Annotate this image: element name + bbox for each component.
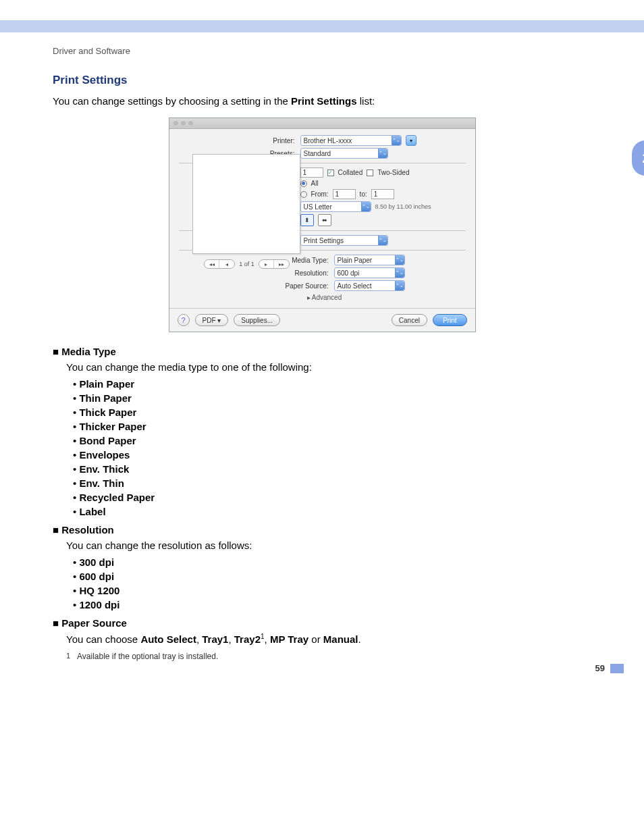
media-type-head: Media Type <box>53 346 591 357</box>
chevron-updown-icon: ⌃⌄ <box>395 268 404 278</box>
resolution-list: 300 dpi 600 dpi HQ 1200 1200 dpi <box>73 556 591 610</box>
print-button[interactable]: Print <box>433 314 467 326</box>
orientation-portrait[interactable]: ⬍ <box>300 214 314 226</box>
resolution-desc: You can change the resolution as follows… <box>66 540 591 551</box>
ps-opt: Tray2 <box>234 633 261 645</box>
pages-all-label: All <box>311 180 319 187</box>
footnote-text: Available if the optional tray is instal… <box>77 652 218 661</box>
section-title: Print Settings <box>53 74 591 87</box>
printer-value: Brother HL-xxxx <box>304 137 352 145</box>
printer-info-button[interactable]: ▾ <box>406 135 417 146</box>
paper-dims: 8.50 by 11.00 inches <box>375 203 431 210</box>
lbl-paper-source: Paper Source: <box>179 282 334 290</box>
preview-prev-group[interactable]: ◂◂ ◂ <box>204 259 235 269</box>
paper-size-select[interactable]: US Letter⌃⌄ <box>300 201 371 212</box>
lbl-printer: Printer: <box>179 137 300 145</box>
lbl-from: From: <box>311 190 329 198</box>
chevron-updown-icon: ⌃⌄ <box>378 149 387 158</box>
copies-field[interactable]: 1 <box>300 167 323 178</box>
resolution-head: Resolution <box>53 524 591 536</box>
last-page-icon[interactable]: ▸▸ <box>274 260 289 268</box>
ps-opt: Tray1 <box>202 633 228 645</box>
help-button[interactable]: ? <box>178 314 190 326</box>
pane-select[interactable]: Print Settings⌃⌄ <box>300 235 388 246</box>
list-item: Thin Paper <box>79 392 132 404</box>
traffic-light-icon <box>188 121 193 126</box>
two-sided-checkbox[interactable] <box>367 170 373 176</box>
preview-page-of: 1 of 1 <box>239 261 254 267</box>
two-sided-label: Two-Sided <box>377 169 409 176</box>
preview-page <box>192 154 300 254</box>
list-item: Bond Paper <box>79 435 136 446</box>
media-type-desc: You can change the media type to one of … <box>66 361 591 373</box>
ps-t: . <box>358 633 361 645</box>
list-item: Thicker Paper <box>79 421 146 432</box>
chevron-updown-icon: ⌃⌄ <box>378 236 387 245</box>
ps-opt: Auto Select <box>140 633 196 645</box>
breadcrumb: Driver and Software <box>53 46 591 56</box>
collated-checkbox[interactable] <box>327 170 334 176</box>
ps-opt: Manual <box>323 633 358 645</box>
footnote: 1Available if the optional tray is insta… <box>66 652 591 661</box>
pane-value: Print Settings <box>304 237 344 244</box>
traffic-light-icon <box>173 121 178 126</box>
paper-source-sentence: You can choose Auto Select, Tray1, Tray2… <box>66 633 591 645</box>
list-item: Plain Paper <box>79 378 134 390</box>
ps-t: or <box>308 633 323 645</box>
resolution-value: 600 dpi <box>338 269 360 277</box>
ps-opt: MP Tray <box>270 633 308 645</box>
list-item: Recycled Paper <box>79 492 155 503</box>
paper-source-select[interactable]: Auto Select⌃⌄ <box>334 280 405 291</box>
first-page-icon[interactable]: ◂◂ <box>205 260 219 268</box>
page-number: 59 <box>595 663 605 673</box>
footnote-num: 1 <box>66 652 77 660</box>
from-field[interactable]: 1 <box>333 189 356 199</box>
header-band <box>0 0 644 32</box>
traffic-light-icon <box>181 121 186 126</box>
chapter-tab: 2 <box>632 140 644 176</box>
advanced-label: Advanced <box>312 294 342 301</box>
chevron-updown-icon: ⌃⌄ <box>361 202 371 211</box>
advanced-disclosure[interactable]: ▸ Advanced <box>307 294 466 301</box>
ps-t: , <box>228 633 234 645</box>
intro-bold: Print Settings <box>291 95 357 107</box>
page-number-bar <box>610 664 624 673</box>
ps-t: You can choose <box>66 633 140 645</box>
list-item: 600 dpi <box>79 571 114 582</box>
list-item: Envelopes <box>79 449 130 461</box>
collated-label: Collated <box>338 169 363 176</box>
list-item: HQ 1200 <box>79 585 119 596</box>
intro-after: list: <box>357 95 375 107</box>
paper-source-value: Auto Select <box>338 282 372 290</box>
list-item: Env. Thin <box>79 477 124 489</box>
supplies-button[interactable]: Supplies... <box>234 314 280 326</box>
presets-value: Standard <box>304 150 331 157</box>
presets-select[interactable]: Standard⌃⌄ <box>300 148 388 159</box>
intro-text: You can change settings by choosing a se… <box>53 95 591 107</box>
intro-before: You can change settings by choosing a se… <box>53 95 291 107</box>
list-item: 1200 dpi <box>79 599 119 610</box>
chevron-updown-icon: ⌃⌄ <box>395 255 404 265</box>
to-field[interactable]: 1 <box>371 189 394 199</box>
resolution-select[interactable]: 600 dpi⌃⌄ <box>334 267 405 278</box>
paper-source-head: Paper Source <box>53 617 591 629</box>
chevron-updown-icon: ⌃⌄ <box>395 281 404 290</box>
media-type-list: Plain Paper Thin Paper Thick Paper Thick… <box>73 378 591 517</box>
chevron-updown-icon: ⌃⌄ <box>392 136 401 145</box>
preview-next-group[interactable]: ▸ ▸▸ <box>259 259 290 269</box>
list-item: Label <box>79 506 105 517</box>
print-dialog: ◂◂ ◂ 1 of 1 ▸ ▸▸ Printer: Broth <box>169 118 476 332</box>
printer-select[interactable]: Brother HL-xxxx⌃⌄ <box>300 135 402 146</box>
next-page-icon[interactable]: ▸ <box>259 260 274 268</box>
media-type-select[interactable]: Plain Paper⌃⌄ <box>334 255 405 265</box>
pdf-button[interactable]: PDF ▾ <box>195 314 229 326</box>
ps-t: , <box>196 633 202 645</box>
cancel-button[interactable]: Cancel <box>392 314 427 326</box>
prev-page-icon[interactable]: ◂ <box>219 260 234 268</box>
orientation-landscape[interactable]: ⬌ <box>318 214 331 226</box>
list-item: Thick Paper <box>79 407 136 418</box>
list-item: Env. Thick <box>79 463 129 475</box>
preview-pane: ◂◂ ◂ 1 of 1 ▸ ▸▸ <box>192 154 302 276</box>
ps-t: , <box>265 633 270 645</box>
lbl-to: to: <box>360 190 367 198</box>
